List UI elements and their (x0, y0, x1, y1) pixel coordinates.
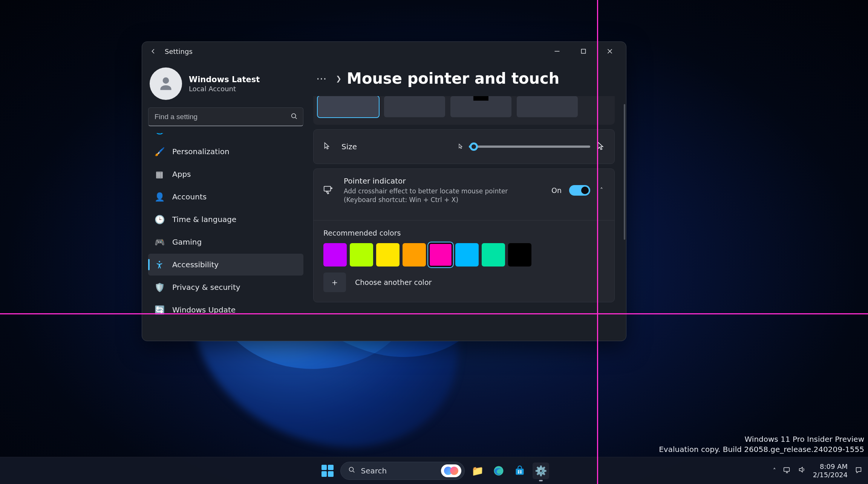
sidebar-item-apps[interactable]: ▦ Apps (148, 163, 303, 185)
tray-overflow-button[interactable]: ˄ (773, 467, 776, 474)
color-swatch-yellow[interactable] (376, 243, 400, 267)
color-swatch-teal[interactable] (482, 243, 505, 267)
sidebar-item-label: Accounts (172, 192, 207, 201)
color-swatch-lime[interactable] (350, 243, 373, 267)
sidebar-item-network[interactable]: 🌐 Network & internet (148, 133, 303, 140)
chevron-up-icon[interactable]: ˄ (598, 185, 605, 195)
watermark-line-1: Windows 11 Pro Insider Preview (659, 434, 864, 444)
slider-thumb[interactable] (470, 142, 478, 151)
close-button[interactable] (597, 43, 623, 60)
sidebar-list: 🌐 Network & internet 🖌️ Personalization … (148, 133, 303, 321)
page-title: Mouse pointer and touch (347, 70, 559, 87)
choose-another-color[interactable]: ＋ Choose another color (323, 273, 605, 292)
watermark-line-2: Evaluation copy. Build 26058.ge_release.… (659, 444, 864, 455)
taskbar-center: Search 📁 ⚙️ (319, 462, 549, 480)
svg-point-2 (159, 261, 160, 262)
taskbar-search[interactable]: Search (340, 462, 465, 480)
sidebar-item-label: Apps (172, 170, 191, 179)
pointer-style-inverted[interactable] (450, 96, 511, 117)
pointer-size-card: Size (313, 129, 615, 164)
pointer-indicator-crosshair-horizontal (0, 313, 868, 314)
tray-clock[interactable]: 8:09 AM 2/15/2024 (813, 463, 848, 479)
breadcrumb-overflow[interactable]: ⋯ (313, 72, 331, 86)
sidebar-item-personalization[interactable]: 🖌️ Personalization (148, 141, 303, 162)
apps-icon: ▦ (154, 169, 165, 179)
search-icon (348, 466, 356, 476)
taskbar-app-store[interactable] (511, 463, 528, 479)
svg-rect-6 (516, 469, 524, 475)
avatar (150, 67, 182, 100)
windows-evaluation-watermark: Windows 11 Pro Insider Preview Evaluatio… (659, 434, 864, 455)
color-swatch-magenta[interactable] (429, 243, 452, 267)
search-icon (290, 112, 298, 122)
sidebar-item-label: Network & internet (172, 133, 244, 134)
sidebar-item-windows-update[interactable]: 🔄 Windows Update (148, 299, 303, 321)
pointer-indicator-title: Pointer indicator (344, 176, 540, 185)
maximize-icon (579, 47, 588, 55)
svg-rect-10 (520, 472, 522, 473)
settings-sidebar: Windows Latest Local Account 🌐 Network &… (142, 61, 309, 341)
sidebar-item-time-language[interactable]: 🕒 Time & language (148, 208, 303, 230)
sidebar-item-accounts[interactable]: 👤 Accounts (148, 186, 303, 208)
sidebar-item-gaming[interactable]: 🎮 Gaming (148, 231, 303, 253)
cursor-small-icon (458, 142, 464, 151)
maximize-button[interactable] (570, 43, 597, 60)
volume-tray-icon[interactable] (798, 466, 806, 476)
pointer-indicator-header[interactable]: Pointer indicator Add crosshair effect t… (314, 169, 614, 212)
pointer-indicator-icon (323, 184, 334, 197)
window-titlebar[interactable]: Settings (142, 42, 626, 61)
taskbar-app-explorer[interactable]: 📁 (469, 463, 486, 479)
minimize-button[interactable] (544, 43, 570, 60)
pointer-style-black[interactable] (384, 96, 445, 117)
close-icon (606, 47, 614, 55)
svg-rect-3 (324, 186, 331, 191)
sidebar-item-label: Accessibility (172, 260, 219, 269)
person-icon: 👤 (154, 191, 165, 202)
color-swatch-black[interactable] (508, 243, 531, 267)
svg-rect-8 (520, 470, 522, 472)
plus-icon: ＋ (323, 273, 346, 292)
search-input[interactable] (148, 107, 303, 126)
content-scrollbar[interactable] (624, 104, 625, 240)
network-tray-icon[interactable] (783, 466, 791, 476)
profile-name: Windows Latest (189, 75, 260, 84)
person-icon (156, 74, 175, 93)
copilot-badge[interactable] (441, 464, 461, 477)
settings-search[interactable] (148, 107, 303, 126)
profile-block[interactable]: Windows Latest Local Account (148, 65, 303, 102)
sidebar-item-label: Gaming (172, 237, 202, 247)
pointer-indicator-card: Pointer indicator Add crosshair effect t… (313, 168, 615, 302)
recommended-colors-label: Recommended colors (323, 229, 605, 237)
color-swatch-purple[interactable] (323, 243, 347, 267)
notifications-button[interactable] (854, 466, 864, 476)
clock-icon: 🕒 (154, 214, 165, 225)
sidebar-item-label: Privacy & security (172, 283, 240, 292)
color-swatch-cyan[interactable] (455, 243, 479, 267)
tray-time: 8:09 AM (813, 463, 848, 471)
arrow-left-icon (149, 47, 158, 55)
taskbar-app-edge[interactable] (490, 463, 507, 479)
accessibility-icon (154, 259, 165, 270)
choose-another-color-label: Choose another color (355, 278, 432, 286)
system-tray: ˄ 8:09 AM 2/15/2024 (773, 463, 864, 479)
color-swatch-orange[interactable] (403, 243, 426, 267)
window-buttons (544, 43, 623, 60)
pointer-style-custom[interactable] (517, 96, 578, 117)
pointer-indicator-description: Add crosshair effect to better locate mo… (344, 187, 540, 204)
pointer-style-row (313, 96, 615, 125)
chevron-right-icon: ❯ (336, 75, 341, 83)
taskbar-app-settings[interactable]: ⚙️ (533, 463, 549, 479)
content-header: ⋯ ❯ Mouse pointer and touch (313, 61, 615, 96)
svg-point-1 (292, 114, 296, 118)
start-button[interactable] (319, 463, 336, 479)
pointer-size-slider[interactable] (469, 146, 590, 148)
taskbar: Search 📁 ⚙️ ˄ 8:09 AM 2/15/2024 (0, 457, 868, 484)
pointer-indicator-toggle[interactable] (569, 185, 590, 196)
pointer-style-white[interactable] (318, 96, 379, 117)
profile-subtitle: Local Account (189, 85, 260, 93)
sidebar-item-accessibility[interactable]: Accessibility (148, 254, 303, 276)
paintbrush-icon: 🖌️ (154, 146, 165, 157)
sidebar-item-privacy[interactable]: 🛡️ Privacy & security (148, 276, 303, 298)
network-icon: 🌐 (154, 133, 165, 135)
back-button[interactable] (147, 45, 159, 57)
